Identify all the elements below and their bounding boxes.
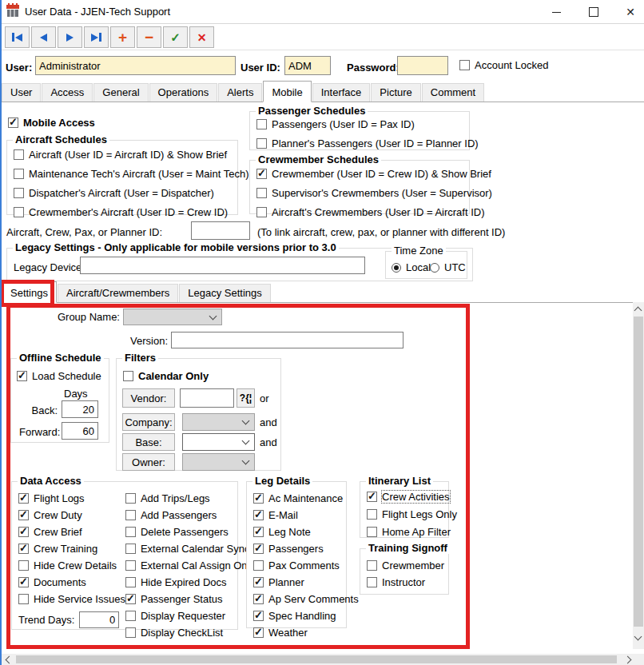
checkbox-icon[interactable]: [18, 527, 29, 537]
checkbox-passengers[interactable]: Passengers (User ID = Pax ID): [256, 118, 469, 130]
cancel-button[interactable]: ✕: [189, 26, 214, 48]
company-dropdown[interactable]: [182, 413, 255, 431]
checkbox-icon[interactable]: [125, 493, 136, 504]
checkbox-icon[interactable]: [18, 544, 29, 554]
radio-icon[interactable]: [430, 263, 439, 273]
add-record-button[interactable]: +: [110, 26, 135, 48]
checkbox-display-requester[interactable]: Display Requester: [125, 610, 255, 622]
checkbox-icon[interactable]: [253, 611, 264, 621]
base-button[interactable]: Base:: [122, 433, 175, 451]
first-record-button[interactable]: [5, 26, 30, 48]
scroll-up-icon[interactable]: [634, 307, 642, 315]
checkbox-hide-service-issues[interactable]: Hide Service Issues: [18, 593, 125, 605]
last-record-button[interactable]: [84, 26, 109, 48]
checkbox-icon[interactable]: [14, 169, 24, 179]
link-id-input[interactable]: [191, 221, 250, 240]
legacy-device-id-input[interactable]: [80, 257, 365, 274]
checkbox-icon[interactable]: [14, 207, 24, 217]
checkbox-icon[interactable]: [125, 560, 136, 571]
checkbox-icon[interactable]: [125, 577, 136, 587]
company-button[interactable]: Company:: [122, 413, 175, 431]
vertical-scrollbar[interactable]: [633, 302, 644, 649]
tab-alerts[interactable]: Alerts: [218, 83, 262, 102]
radio-utc[interactable]: UTC: [430, 261, 466, 273]
tab-operations[interactable]: Operations: [149, 83, 218, 102]
checkbox-icon[interactable]: [256, 207, 267, 217]
trend-days-input[interactable]: [79, 611, 119, 628]
checkbox-crew-duty[interactable]: Crew Duty: [18, 509, 125, 521]
checkbox-icon[interactable]: [367, 577, 377, 587]
checkbox-icon[interactable]: [253, 527, 264, 537]
checkbox-crew-activities[interactable]: Crew Activities: [367, 491, 448, 503]
subtab-settings[interactable]: Settings: [2, 281, 57, 303]
checkbox-icon[interactable]: [18, 510, 29, 520]
checkbox-icon[interactable]: [14, 188, 24, 198]
radio-local[interactable]: Local: [392, 261, 431, 273]
checkbox-icon[interactable]: [253, 544, 264, 554]
checkbox-icon[interactable]: [125, 611, 136, 621]
checkbox-icon[interactable]: [18, 493, 29, 504]
checkbox-icon[interactable]: [256, 138, 267, 149]
version-input[interactable]: [171, 332, 403, 348]
checkbox-icon[interactable]: [256, 169, 267, 179]
checkbox-aircraft[interactable]: Aircraft (User ID = Aircraft ID) & Show …: [14, 149, 237, 161]
checkbox-passengers-leg[interactable]: Passengers: [253, 543, 346, 555]
base-dropdown[interactable]: [182, 433, 255, 451]
checkbox-icon[interactable]: [14, 149, 24, 160]
checkbox-crewmember[interactable]: Crewmember (User ID = Crew ID) & Show Br…: [256, 168, 469, 180]
checkbox-display-checklist[interactable]: Display CheckList: [125, 627, 255, 639]
checkbox-calendar-only[interactable]: Calendar Only: [123, 370, 209, 382]
checkbox-icon[interactable]: [8, 117, 18, 128]
checkbox-icon[interactable]: [17, 371, 27, 381]
checkbox-leg-note[interactable]: Leg Note: [253, 526, 346, 538]
radio-icon[interactable]: [392, 263, 401, 273]
checkbox-maint-tech-aircraft[interactable]: Maintenance Tech's Aircraft (User = Main…: [14, 168, 237, 180]
maximize-icon[interactable]: [586, 5, 602, 19]
tab-general[interactable]: General: [93, 83, 148, 102]
tab-user[interactable]: User: [2, 83, 41, 102]
checkbox-spec-handling[interactable]: Spec Handling: [253, 610, 346, 622]
checkbox-passenger-status[interactable]: Passenger Status: [125, 593, 255, 605]
horizontal-scrollbar[interactable]: [2, 654, 644, 665]
checkbox-icon[interactable]: [256, 188, 267, 198]
checkbox-icon[interactable]: [125, 594, 136, 604]
tab-picture[interactable]: Picture: [371, 83, 420, 102]
checkbox-icon[interactable]: [125, 527, 136, 537]
checkbox-crewmember-aircraft[interactable]: Crewmember's Aircraft (User ID = Crew ID…: [14, 206, 237, 218]
scroll-left-icon[interactable]: [6, 656, 14, 664]
save-button[interactable]: ✓: [163, 26, 188, 48]
tab-comment[interactable]: Comment: [422, 83, 484, 102]
checkbox-email[interactable]: E-Mail: [253, 509, 346, 521]
previous-record-button[interactable]: [31, 26, 56, 48]
checkbox-icon[interactable]: [253, 577, 264, 587]
checkbox-add-trips-legs[interactable]: Add Trips/Legs: [125, 492, 255, 504]
scroll-right-icon[interactable]: [624, 656, 632, 664]
checkbox-icon[interactable]: [367, 527, 377, 537]
account-locked-checkbox[interactable]: Account Locked: [459, 59, 549, 71]
checkbox-icon[interactable]: [125, 544, 136, 554]
checkbox-weather[interactable]: Weather: [253, 627, 346, 639]
user-input[interactable]: [35, 56, 236, 75]
back-days-input[interactable]: [62, 400, 98, 418]
checkbox-delete-passengers[interactable]: Delete Passengers: [125, 526, 255, 538]
subtab-aircraft-crewmembers[interactable]: Aircraft/Crewmembers: [58, 284, 178, 302]
checkbox-icon[interactable]: [18, 577, 29, 587]
close-icon[interactable]: ✕: [622, 5, 638, 19]
checkbox-icon[interactable]: [123, 371, 133, 381]
scroll-down-icon[interactable]: [634, 633, 642, 641]
tab-mobile[interactable]: Mobile: [263, 81, 311, 102]
checkbox-hide-expired-docs[interactable]: Hide Expired Docs: [125, 576, 255, 588]
checkbox-icon[interactable]: [18, 594, 29, 604]
checkbox-icon[interactable]: [18, 560, 29, 571]
checkbox-icon[interactable]: [125, 510, 136, 520]
horizontal-scrollbar-thumb[interactable]: [16, 655, 617, 663]
checkbox-ap-serv-comments[interactable]: Ap Serv Comments: [253, 593, 346, 605]
vendor-lookup-button[interactable]: ?{¦: [237, 388, 255, 408]
checkbox-supervisor-crewmembers[interactable]: Supervisor's Crewmembers (User = Supervi…: [256, 187, 469, 199]
vertical-scrollbar-thumb[interactable]: [634, 317, 643, 627]
checkbox-icon[interactable]: [367, 560, 377, 571]
checkbox-external-calendar-sync[interactable]: External Calendar Sync: [125, 543, 255, 555]
owner-dropdown[interactable]: [182, 453, 255, 471]
subtab-legacy-settings[interactable]: Legacy Settings: [179, 284, 271, 302]
checkbox-home-ap-filter[interactable]: Home Ap Filter: [367, 526, 448, 538]
